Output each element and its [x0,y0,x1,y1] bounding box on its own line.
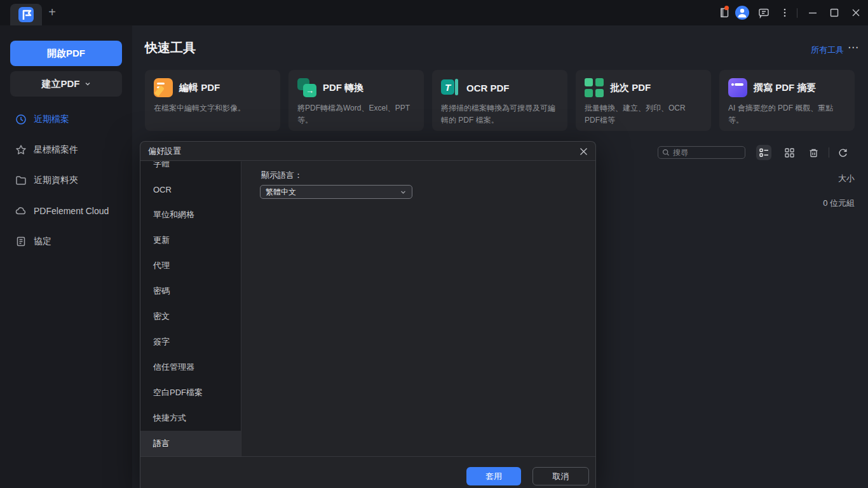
preferences-dialog: 偏好設置 字體 OCR 單位和網格 更新 代理 密碼 密文 簽字 信任管理器 空… [140,141,596,488]
dialog-titlebar: 偏好設置 [140,142,595,161]
folder-icon [15,175,27,186]
card-desc: AI 會摘要您的 PDF 概觀、重點等。 [728,102,846,126]
refresh-icon [837,147,848,158]
card-title: 編輯 PDF [179,82,220,94]
ocr-pdf-icon: T [441,78,460,97]
dialog-nav-proxy[interactable]: 代理 [140,253,241,278]
open-pdf-button[interactable]: 開啟PDF [10,41,122,66]
cancel-button[interactable]: 取消 [532,467,589,485]
card-edit-pdf[interactable]: 編輯 PDF 在檔案中編輯文字和影像。 [145,70,280,131]
list-view-icon [759,147,770,158]
display-language-label: 顯示語言： [261,170,302,181]
search-icon [662,149,670,156]
display-language-select[interactable]: 繁體中文 [260,185,412,199]
account-avatar[interactable] [735,6,749,20]
all-tools-link[interactable]: 所有工具 [811,44,844,56]
sidebar: 開啟PDF 建立PDF 近期檔案 星標檔案件 近期資料夾 P [0,25,132,488]
kebab-menu-icon[interactable] [779,7,790,18]
convert-pdf-icon: → [297,78,316,97]
clock-icon [15,114,27,125]
chevron-down-icon [400,189,407,196]
titlebar: + [0,0,868,25]
titlebar-separator [797,8,797,18]
dialog-footer [140,456,595,488]
dialog-nav-password[interactable]: 密碼 [140,278,241,304]
more-tools-button[interactable]: ⋯ [848,41,859,54]
page-title: 快速工具 [145,39,196,57]
minimize-button[interactable] [807,7,818,18]
sidebar-item-recent-files[interactable]: 近期檔案 [0,104,132,135]
close-button[interactable] [850,7,862,18]
card-batch-pdf[interactable]: 批次 PDF 批量轉換、建立、列印、OCR PDF檔等 [576,70,711,131]
sidebar-item-recent-folders[interactable]: 近期資料夾 [0,165,132,196]
sidebar-nav: 近期檔案 星標檔案件 近期資料夾 PDFelement Cloud 協定 [0,104,132,257]
dialog-nav-signature[interactable]: 簽字 [140,329,241,355]
sidebar-item-label: 協定 [34,236,51,247]
create-pdf-label: 建立PDF [42,78,80,90]
dialog-title: 偏好設置 [148,146,181,157]
search-input[interactable] [673,148,741,157]
dialog-nav-redaction[interactable]: 密文 [140,304,241,329]
search-box[interactable] [658,146,745,159]
card-title: PDF 轉換 [323,82,363,94]
notification-badge [724,6,729,10]
dialog-nav-blank-pdf[interactable]: 空白PDF檔案 [140,380,241,405]
chevron-down-icon [85,81,91,87]
quick-tools-cards: 編輯 PDF 在檔案中編輯文字和影像。 → PDF 轉換 將PDF轉檔為Word… [145,70,855,131]
summarize-pdf-icon [728,78,747,97]
app-tab[interactable] [10,4,42,25]
card-desc: 在檔案中編輯文字和影像。 [154,102,271,114]
list-view-button[interactable] [756,145,771,160]
card-desc: 批量轉換、建立、列印、OCR PDF檔等 [585,102,702,126]
new-tab-button[interactable]: + [44,4,60,20]
dialog-nav-fonts[interactable]: 字體 [140,161,241,177]
display-language-value: 繁體中文 [266,187,296,198]
dialog-nav-trust-manager[interactable]: 信任管理器 [140,355,241,380]
cloud-icon [15,205,27,217]
grid-view-button[interactable] [782,145,797,160]
dialog-nav-units-grid[interactable]: 單位和網格 [140,202,241,227]
toolbar-separator [829,147,829,158]
total-size-value: 0 位元組 [823,198,855,209]
star-icon [15,144,27,156]
batch-pdf-icon [585,78,604,97]
card-ocr-pdf[interactable]: T OCR PDF 將掃描的檔案轉換為可搜尋及可編輯的 PDF 檔案。 [432,70,567,131]
dialog-nav: 字體 OCR 單位和網格 更新 代理 密碼 密文 簽字 信任管理器 空白PDF檔… [140,161,241,456]
card-title: 批次 PDF [610,82,651,94]
sidebar-item-label: PDFelement Cloud [34,206,109,216]
dialog-close-button[interactable] [576,144,590,158]
size-column-header[interactable]: 大小 [838,173,855,184]
card-title: OCR PDF [466,83,510,93]
sidebar-item-agreement[interactable]: 協定 [0,226,132,257]
dialog-nav-ocr[interactable]: OCR [140,177,241,202]
sidebar-item-starred-files[interactable]: 星標檔案件 [0,135,132,165]
sidebar-item-label: 近期檔案 [34,114,69,125]
maximize-button[interactable] [829,7,840,18]
card-desc: 將掃描的檔案轉換為可搜尋及可編輯的 PDF 檔案。 [441,102,559,126]
sidebar-item-label: 近期資料夾 [34,175,78,186]
card-desc: 將PDF轉檔為Word、Excel、PPT等。 [297,102,415,126]
card-convert-pdf[interactable]: → PDF 轉換 將PDF轉檔為Word、Excel、PPT等。 [288,70,424,131]
sidebar-item-label: 星標檔案件 [34,144,78,156]
sidebar-item-pdfelement-cloud[interactable]: PDFelement Cloud [0,196,132,226]
pdfelement-logo-icon [18,7,34,22]
create-pdf-button[interactable]: 建立PDF [10,71,122,97]
edit-pdf-icon [154,78,173,97]
card-summarize-pdf[interactable]: 撰寫 PDF 摘要 AI 會摘要您的 PDF 概觀、重點等。 [719,70,855,131]
dialog-nav-shortcuts[interactable]: 快捷方式 [140,405,241,431]
grid-view-icon [784,147,795,158]
dialog-sidebar: 字體 OCR 單位和網格 更新 代理 密碼 密文 簽字 信任管理器 空白PDF檔… [140,161,241,457]
trash-icon [808,147,819,158]
document-icon [15,236,27,247]
close-icon [580,147,588,156]
card-title: 撰寫 PDF 摘要 [754,82,816,94]
trash-button[interactable] [806,145,821,160]
dialog-nav-update[interactable]: 更新 [140,227,241,253]
refresh-button[interactable] [835,145,850,160]
apply-button[interactable]: 套用 [466,467,521,485]
feedback-icon[interactable] [758,7,770,18]
dialog-nav-language[interactable]: 語言 [140,431,241,456]
